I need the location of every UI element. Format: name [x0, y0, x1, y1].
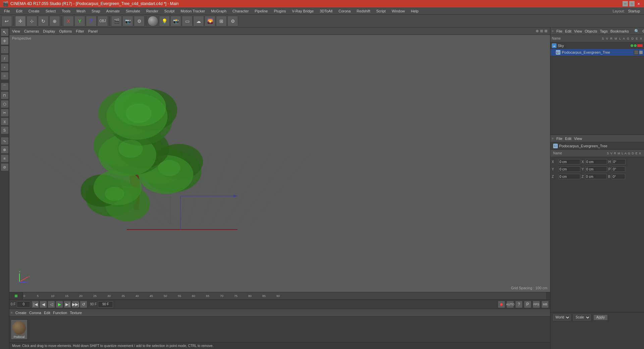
- scale-select[interactable]: Scale: [573, 314, 591, 320]
- tool-sculpt[interactable]: ⊗: [1, 146, 9, 154]
- mat-menu-create[interactable]: Create: [15, 311, 26, 315]
- grid-button[interactable]: ⊞: [216, 16, 227, 27]
- attr-b-val[interactable]: [612, 174, 625, 179]
- object-space-button[interactable]: OBJ: [97, 16, 108, 27]
- undo-button[interactable]: ↩: [1, 16, 12, 27]
- obj-settings-icon[interactable]: ⚙: [642, 29, 644, 34]
- tool-magnet[interactable]: S: [1, 126, 9, 134]
- menu-help[interactable]: Help: [408, 8, 421, 14]
- viewport-menu-options[interactable]: Options: [59, 29, 72, 33]
- rotate-tool-button[interactable]: ↻: [38, 16, 49, 27]
- tool-extrude[interactable]: ⬡: [1, 100, 9, 108]
- tool-brush[interactable]: ∿: [1, 137, 9, 145]
- menu-file[interactable]: File: [1, 8, 13, 14]
- scale-tool-button[interactable]: ⊹: [26, 16, 37, 27]
- render-region-button[interactable]: 📷: [122, 16, 133, 27]
- viewport-menu-display[interactable]: Display: [43, 29, 55, 33]
- title-bar-controls[interactable]: ─ □ ✕: [623, 1, 641, 6]
- close-button[interactable]: ✕: [636, 1, 641, 6]
- mode-object[interactable]: ○: [1, 72, 9, 80]
- menu-vray[interactable]: V-Ray Bridge: [289, 8, 317, 14]
- timeline-track[interactable]: 0 5 10 15 20 25 30 35 40 45 50 55 60 65 …: [23, 292, 546, 299]
- attr-z-pos[interactable]: [558, 174, 580, 179]
- tool-loop[interactable]: ⊓: [1, 91, 9, 99]
- viewport-menu-filter[interactable]: Filter: [76, 29, 84, 33]
- frame-input[interactable]: [17, 301, 30, 307]
- menu-plugins[interactable]: Plugins: [271, 8, 288, 14]
- timeline-ruler[interactable]: 0 5 10 15 20 25 30 35 40 45 50 55 60 65 …: [9, 292, 550, 299]
- mat-menu-function[interactable]: Function: [53, 311, 67, 315]
- auto-key-button[interactable]: AUTO: [506, 301, 514, 308]
- attr-z-rot[interactable]: [585, 174, 607, 179]
- menu-3dtoall[interactable]: 3DToAll: [317, 8, 335, 14]
- keyframe-button[interactable]: ?: [515, 301, 523, 308]
- move-tool[interactable]: ✛: [1, 37, 9, 45]
- menu-snap[interactable]: Snap: [89, 8, 103, 14]
- menu-render[interactable]: Render: [144, 8, 161, 14]
- maximize-button[interactable]: □: [629, 1, 635, 6]
- settings2-button[interactable]: ⚙: [227, 16, 238, 27]
- x-axis-button[interactable]: X: [63, 16, 74, 27]
- obj-search-icon[interactable]: 🔍: [634, 29, 639, 34]
- obj-row-tree[interactable]: L○ Podocarpus_Evergreen_Tree: [550, 49, 644, 56]
- floor-button[interactable]: ▭: [182, 16, 193, 27]
- move-tool-button[interactable]: ✛: [15, 16, 26, 27]
- mat-menu-texture[interactable]: Texture: [70, 311, 82, 315]
- menu-pipeline[interactable]: Pipeline: [252, 8, 270, 14]
- next-keyframe-button[interactable]: ▶▶|: [72, 301, 79, 308]
- material-swatch[interactable]: Podocal: [11, 319, 28, 340]
- viewport-toggle-3[interactable]: ⊠: [544, 29, 547, 33]
- mat-menu-edit[interactable]: Edit: [44, 311, 50, 315]
- camera-button[interactable]: 📸: [170, 16, 181, 27]
- menu-mesh[interactable]: Mesh: [74, 8, 88, 14]
- viewport-toggle-2[interactable]: ⊞: [540, 29, 543, 33]
- mat-menu-corona[interactable]: Corona: [29, 311, 41, 315]
- menu-script[interactable]: Script: [374, 8, 388, 14]
- viewport-menu-view[interactable]: View: [12, 29, 20, 33]
- attr-p-val[interactable]: [612, 166, 625, 172]
- menu-corona[interactable]: Corona: [336, 8, 353, 14]
- attr-x-pos[interactable]: [558, 159, 580, 164]
- mode-edges[interactable]: /: [1, 54, 9, 62]
- material-sphere-button[interactable]: [148, 16, 158, 27]
- step-back-button[interactable]: ◀: [40, 301, 47, 308]
- tool-layer[interactable]: ≡: [1, 154, 9, 162]
- fps-button[interactable]: FPS: [533, 301, 540, 308]
- tool-knife[interactable]: ✂: [1, 109, 9, 117]
- tool-paint[interactable]: ⊘: [1, 163, 9, 171]
- render-button[interactable]: 🎬: [111, 16, 122, 27]
- prev-keyframe-button[interactable]: |◀: [32, 301, 39, 308]
- menu-mograph[interactable]: MoGraph: [208, 8, 229, 14]
- world-space-select[interactable]: World: [553, 314, 571, 320]
- mode-poly[interactable]: ▫: [1, 63, 9, 71]
- viewport-3d[interactable]: Perspective Grid Spacing : 100 cm X Y Z: [9, 35, 550, 292]
- menu-character[interactable]: Character: [230, 8, 251, 14]
- minimize-button[interactable]: ─: [623, 1, 628, 6]
- step-forward-button[interactable]: ▶|: [64, 301, 71, 308]
- play-back-button[interactable]: ◁: [48, 301, 55, 308]
- attr-menu-edit[interactable]: Edit: [565, 137, 572, 141]
- menu-animate[interactable]: Animate: [104, 8, 122, 14]
- viewport-menu-panel[interactable]: Panel: [88, 29, 98, 33]
- obj-row-sky[interactable]: ☁ Sky: [550, 42, 644, 49]
- pointer-tool[interactable]: ↖: [1, 28, 9, 36]
- y-axis-button[interactable]: Y: [74, 16, 85, 27]
- menu-simulate[interactable]: Simulate: [123, 8, 143, 14]
- tool-lasso[interactable]: ⌒: [1, 83, 9, 91]
- light-button[interactable]: 💡: [159, 16, 170, 27]
- obj-menu-edit[interactable]: Edit: [565, 29, 572, 33]
- obj-menu-view[interactable]: View: [574, 29, 582, 33]
- attr-y-pos[interactable]: [558, 166, 580, 172]
- obj-menu-file[interactable]: File: [556, 29, 562, 33]
- attr-menu-view[interactable]: View: [574, 137, 582, 141]
- menu-select[interactable]: Select: [43, 8, 59, 14]
- playback-mode-button[interactable]: P: [524, 301, 531, 308]
- layout-value[interactable]: Startup: [628, 9, 640, 13]
- viewport-toggle-1[interactable]: ⊕: [536, 29, 539, 33]
- menu-motion-tracker[interactable]: Motion Tracker: [178, 8, 208, 14]
- obj-menu-tags[interactable]: Tags: [600, 29, 608, 33]
- menu-sculpt[interactable]: Sculpt: [162, 8, 177, 14]
- apply-button[interactable]: Apply: [593, 314, 608, 320]
- attr-h-val[interactable]: [612, 159, 626, 164]
- record-button[interactable]: ⏺: [498, 301, 505, 308]
